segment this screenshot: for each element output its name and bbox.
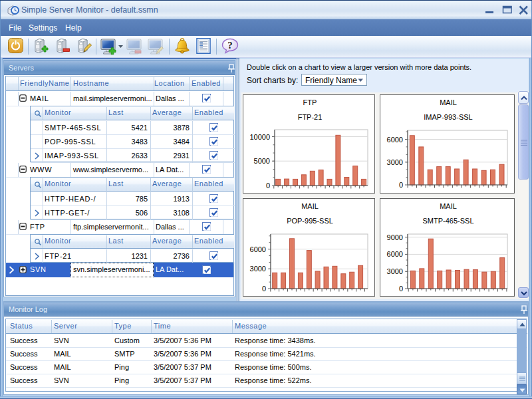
svg-text:?: ? [227,40,233,51]
svg-text:6000: 6000 [387,250,403,258]
svg-text:MAIL: MAIL [440,98,457,106]
svg-text:10000: 10000 [249,133,270,141]
svg-text:POP-995-SSL: POP-995-SSL [287,217,333,225]
svg-text:FTP-21: FTP-21 [298,113,323,121]
svg-text:FTP: FTP [303,98,317,106]
svg-text:0: 0 [399,181,403,189]
svg-text:6000: 6000 [387,136,403,144]
svg-text:9000: 9000 [387,233,403,241]
svg-text:3000: 3000 [387,158,403,166]
svg-text:5000: 5000 [254,157,270,165]
svg-text:SMTP-465-SSL: SMTP-465-SSL [422,217,473,225]
svg-text:3000: 3000 [250,265,266,273]
svg-text:0: 0 [399,285,403,293]
svg-text:0: 0 [262,285,266,293]
svg-text:3000: 3000 [387,267,403,275]
svg-text:IMAP-993-SSL: IMAP-993-SSL [424,113,472,121]
svg-text:0: 0 [266,182,270,190]
svg-text:MAIL: MAIL [440,202,457,210]
svg-text:6000: 6000 [250,245,266,253]
svg-text:MAIL: MAIL [301,202,319,210]
